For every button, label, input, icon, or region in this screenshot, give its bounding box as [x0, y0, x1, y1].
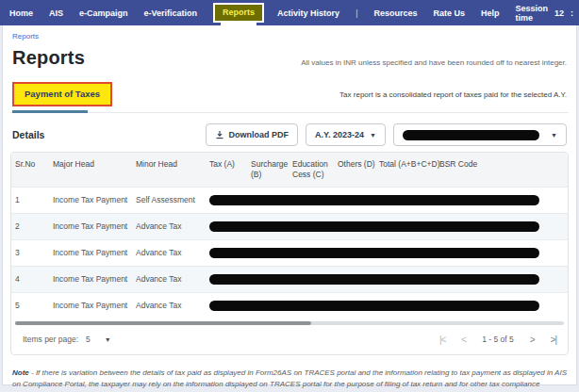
download-pdf-button[interactable]: Download PDF — [206, 123, 299, 146]
cell-srno: 4 — [11, 266, 49, 292]
nav-item-ais[interactable]: AIS — [49, 8, 63, 18]
assessment-year-select[interactable]: A.Y. 2023-24 ▼ — [306, 123, 386, 146]
redaction-bar — [209, 195, 539, 205]
cell-major-head: Income Tax Payment — [49, 239, 132, 266]
redaction-bar — [209, 248, 539, 258]
cell-srno: 3 — [11, 239, 49, 266]
cell-major-head: Income Tax Payment — [49, 292, 132, 318]
cell-minor-head: Advance Tax — [132, 266, 206, 292]
nav-divider: | — [356, 8, 357, 18]
nav-item-e-verification[interactable]: e-Verification — [144, 8, 198, 18]
col-header-tax: Tax (A) — [206, 153, 247, 187]
cell-minor-head: Self Assessment — [132, 187, 206, 213]
col-header-education-cess: Education Cess (C) — [289, 153, 334, 187]
col-header-others: Others (D) — [334, 153, 375, 187]
col-header-minor-head: Minor Head — [132, 153, 206, 187]
nav-item-help[interactable]: Help — [481, 8, 500, 18]
session-timer: Session time 12 : 01 — [516, 4, 579, 23]
table-row: 1 Income Tax Payment Self Assessment — [11, 187, 568, 213]
cell-major-head: Income Tax Payment — [49, 213, 132, 239]
items-per-page-label: Items per page: — [23, 335, 78, 344]
details-label: Details — [12, 129, 44, 140]
table-row: 2 Income Tax Payment Advance Tax — [11, 213, 568, 239]
table-row: 3 Income Tax Payment Advance Tax — [11, 239, 568, 266]
caret-down-icon: ▼ — [551, 132, 557, 139]
next-page-icon[interactable]: > — [530, 335, 535, 345]
cell-srno: 1 — [11, 187, 49, 213]
first-page-icon[interactable]: |< — [439, 335, 445, 345]
nav-item-home[interactable]: Home — [9, 8, 33, 18]
col-header-major-head: Major Head — [49, 153, 132, 187]
nav-item-e-campaign[interactable]: e-Campaign — [79, 8, 128, 18]
cell-minor-head: Advance Tax — [132, 239, 206, 266]
col-header-total: Total (A+B+C+D) — [375, 153, 436, 187]
values-rounding-note: All values in INR unless specified and h… — [301, 58, 567, 69]
caret-down-icon[interactable]: ▼ — [105, 336, 111, 343]
prev-page-icon[interactable]: < — [461, 335, 466, 345]
assessment-year-value: A.Y. 2023-24 — [315, 130, 364, 139]
redaction-bar — [209, 221, 539, 232]
caret-down-icon: ▼ — [370, 132, 376, 139]
page-title: Reports — [12, 47, 85, 69]
cell-srno: 2 — [11, 213, 49, 239]
content-panel: Reports Reports All values in INR unless… — [2, 25, 577, 385]
page-range-label: 1 - 5 of 5 — [482, 335, 514, 344]
download-icon — [215, 130, 224, 139]
nav-item-activity-history[interactable]: Activity History — [277, 8, 339, 18]
col-header-bsr-code: BSR Code — [436, 153, 568, 187]
redaction-bar — [209, 301, 539, 311]
nav-item-rate-us[interactable]: Rate Us — [434, 8, 466, 18]
entity-select[interactable]: ▼ — [393, 123, 567, 146]
active-tab-underline — [12, 110, 88, 113]
tab-bar-divider — [10, 110, 569, 113]
tab-payment-of-taxes[interactable]: Payment of Taxes — [12, 82, 112, 106]
session-minutes: 12 — [554, 8, 564, 18]
breadcrumb[interactable]: Reports — [12, 32, 569, 41]
nav-item-reports-active[interactable]: Reports — [213, 3, 264, 23]
cell-srno: 5 — [11, 292, 49, 318]
footnote: Note - If there is variation between the… — [12, 368, 567, 392]
cell-redacted-values — [206, 292, 568, 318]
tab-description-note: Tax report is a consolidated report of t… — [339, 90, 567, 99]
session-label: Session time — [516, 4, 549, 23]
cell-minor-head: Advance Tax — [132, 213, 206, 239]
payments-table-card: Sr.No Major Head Minor Head Tax (A) Surc… — [10, 152, 569, 355]
table-header-row: Sr.No Major Head Minor Head Tax (A) Surc… — [11, 153, 568, 187]
table-row: 4 Income Tax Payment Advance Tax — [11, 266, 568, 292]
redaction-bar — [209, 274, 539, 285]
items-per-page-value[interactable]: 5 — [86, 335, 91, 344]
payments-table: Sr.No Major Head Minor Head Tax (A) Surc… — [11, 153, 568, 318]
col-header-surcharge: Surcharge (B) — [247, 153, 289, 187]
cell-minor-head: Advance Tax — [132, 292, 206, 318]
cell-redacted-values — [206, 266, 568, 292]
pagination-bar: Items per page: 5 ▼ |< < 1 - 5 of 5 > >| — [11, 327, 568, 354]
download-pdf-label: Download PDF — [229, 130, 290, 139]
horizontal-scrollbar-thumb[interactable] — [15, 321, 311, 325]
cell-major-head: Income Tax Payment — [49, 266, 132, 292]
cell-redacted-values — [206, 213, 568, 239]
table-row: 5 Income Tax Payment Advance Tax — [11, 292, 568, 318]
cell-major-head: Income Tax Payment — [49, 187, 132, 213]
cell-redacted-values — [206, 239, 568, 266]
last-page-icon[interactable]: >| — [551, 335, 556, 345]
footnote-label: Note — [12, 368, 29, 377]
cell-redacted-values — [206, 187, 568, 213]
redacted-entity-value — [403, 130, 539, 140]
nav-item-resources[interactable]: Resources — [373, 8, 417, 18]
horizontal-scrollbar[interactable] — [15, 321, 564, 325]
session-colon: : — [571, 8, 573, 18]
col-header-srno: Sr.No — [11, 153, 49, 187]
footnote-text: - If there is variation between the deta… — [12, 368, 567, 392]
top-navbar: Home AIS e-Campaign e-Verification Repor… — [0, 0, 579, 25]
